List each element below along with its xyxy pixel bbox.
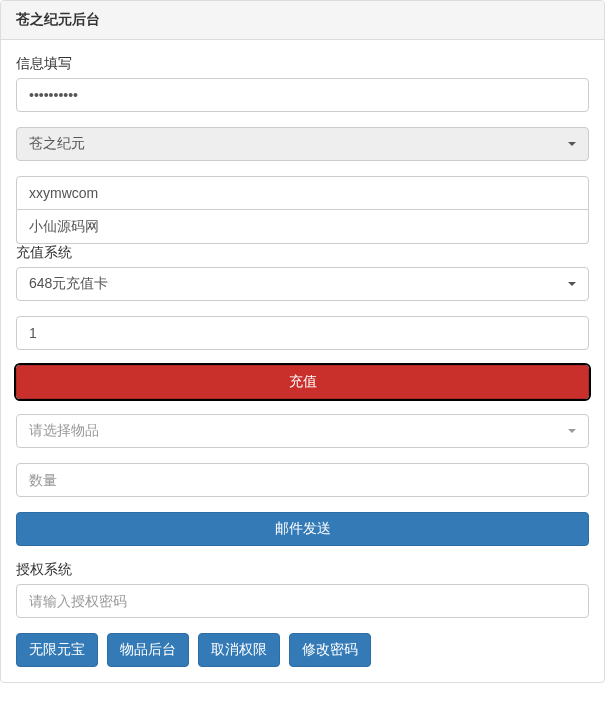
panel-heading: 苍之纪元后台 <box>1 1 604 40</box>
quantity-group <box>16 463 589 497</box>
password-input[interactable] <box>16 78 589 112</box>
change-password-button[interactable]: 修改密码 <box>289 633 371 667</box>
item-select-placeholder: 请选择物品 <box>29 422 99 438</box>
info-label: 信息填写 <box>16 55 589 73</box>
game-select-value: 苍之纪元 <box>29 135 85 151</box>
quantity-input[interactable] <box>16 463 589 497</box>
chevron-down-icon <box>568 282 576 286</box>
chevron-down-icon <box>568 142 576 146</box>
item-admin-button[interactable]: 物品后台 <box>107 633 189 667</box>
amount-input[interactable] <box>16 316 589 350</box>
panel-body: 信息填写 苍之纪元 充值系统 648元充值卡 充值 <box>1 40 604 682</box>
game-select-group: 苍之纪元 <box>16 127 589 161</box>
mail-send-button[interactable]: 邮件发送 <box>16 512 589 546</box>
main-panel: 苍之纪元后台 信息填写 苍之纪元 充值系统 648元充值卡 <box>0 0 605 683</box>
action-buttons-row: 无限元宝 物品后台 取消权限 修改密码 <box>16 633 589 667</box>
amount-group <box>16 316 589 350</box>
recharge-section: 充值系统 648元充值卡 <box>16 244 589 301</box>
revoke-permission-button[interactable]: 取消权限 <box>198 633 280 667</box>
info-section: 信息填写 <box>16 55 589 112</box>
game-select[interactable]: 苍之纪元 <box>16 127 589 161</box>
auth-section: 授权系统 <box>16 561 589 618</box>
nickname-input[interactable] <box>16 210 589 244</box>
card-select-value: 648元充值卡 <box>29 275 108 291</box>
unlimited-yuanbao-button[interactable]: 无限元宝 <box>16 633 98 667</box>
chevron-down-icon <box>568 429 576 433</box>
auth-label: 授权系统 <box>16 561 589 579</box>
recharge-button[interactable]: 充值 <box>16 365 589 399</box>
item-select[interactable]: 请选择物品 <box>16 414 589 448</box>
recharge-label: 充值系统 <box>16 244 589 262</box>
panel-title: 苍之纪元后台 <box>16 11 589 29</box>
account-group <box>16 176 589 244</box>
account-input[interactable] <box>16 176 589 210</box>
auth-password-input[interactable] <box>16 584 589 618</box>
card-select[interactable]: 648元充值卡 <box>16 267 589 301</box>
mail-button-group: 邮件发送 <box>16 512 589 546</box>
recharge-button-group: 充值 <box>16 365 589 399</box>
item-select-group: 请选择物品 <box>16 414 589 448</box>
